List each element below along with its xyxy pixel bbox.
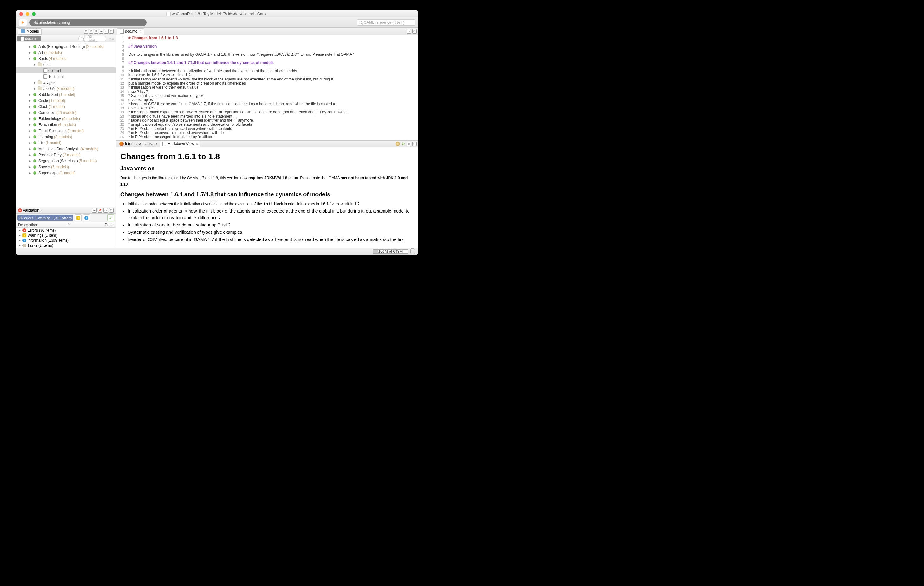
filter-errors-button[interactable]: × (75, 214, 82, 222)
filter-icon[interactable]: ⇆ (92, 208, 97, 212)
validation-row[interactable]: ▶×Errors (36 items) (16, 228, 116, 233)
nav-back-icon[interactable]: « (109, 36, 112, 41)
validation-summary: 36 errors, 1 warning, 1,311 others (17, 215, 73, 221)
model-icon (33, 99, 37, 103)
close-window-button[interactable] (19, 12, 23, 16)
tree-item[interactable]: ▶Comodels (26 models) (16, 109, 116, 116)
editor-tab-docmd[interactable]: doc.md ✕ (117, 28, 144, 35)
md-list-item: Systematic casting and verification of t… (128, 229, 414, 236)
memory-indicator[interactable]: 106M of 698M (373, 249, 408, 254)
tree-item[interactable]: doc.md (16, 68, 116, 73)
nav-forward-icon[interactable]: » (112, 36, 114, 41)
model-icon (33, 171, 37, 175)
tab-markdown-view[interactable]: Markdown View ✕ (160, 141, 200, 147)
tree-item[interactable]: ▶Multi-level Data Analysis (4 models) (16, 146, 116, 152)
model-icon (33, 141, 37, 145)
globe-icon[interactable] (396, 142, 400, 146)
expand-icon[interactable]: ⊞ (94, 29, 98, 33)
models-tab[interactable]: Models (18, 28, 42, 35)
markdown-file-icon (120, 29, 124, 33)
find-model-input[interactable]: Find model... (79, 36, 106, 41)
window-controls (16, 12, 36, 16)
model-icon (33, 123, 37, 127)
maximize-icon[interactable]: ▢ (109, 208, 114, 212)
maximize-window-button[interactable] (32, 12, 36, 16)
error-icon: × (18, 209, 22, 212)
close-icon[interactable]: ✕ (139, 30, 141, 33)
md-list-item: header of CSV files: be careful in GAMA … (128, 236, 414, 243)
validation-list[interactable]: ▶×Errors (36 items)▶!Warnings (1 item)▶i… (16, 228, 116, 248)
tree-item[interactable]: Test.html (16, 73, 116, 79)
model-tree[interactable]: ▶Ants (Foraging and Sorting) (2 models)▶… (16, 42, 116, 207)
validation-row[interactable]: ▶Tasks (2 items) (16, 243, 116, 248)
tree-item[interactable]: ▶Predator Prey (2 models) (16, 152, 116, 158)
minimize-window-button[interactable] (26, 12, 30, 16)
tree-item[interactable]: ▶Ants (Foraging and Sorting) (2 models) (16, 43, 116, 50)
md-list: Initialization order between the initial… (128, 200, 414, 243)
filter-info-button[interactable]: i (83, 214, 90, 222)
gear-icon[interactable]: ⚙ (401, 141, 405, 146)
breadcrumb-file[interactable]: doc.md (17, 36, 41, 41)
file-icon (43, 69, 47, 73)
minimize-icon[interactable]: ▭ (407, 29, 411, 33)
model-icon (33, 129, 37, 133)
md-list-item: Initialization order of agents -> now, t… (128, 208, 414, 221)
collapse-icon[interactable]: ⊟ (84, 29, 88, 33)
code-editor[interactable]: 1234567891011121314151617181920212223242… (116, 35, 418, 140)
trash-icon[interactable] (411, 249, 415, 254)
code-content[interactable]: # Changes from 1.6.1 to 1.8 ## Java vers… (127, 35, 418, 140)
md-list-item: Initialization of vars to their default … (128, 222, 414, 228)
left-pane: Models ⊟ ⊟ ⊞ ⇆ ▭ ▢ doc.md Find (16, 28, 116, 248)
validation-filter-bar: 36 errors, 1 warning, 1,311 others × i ✓ (16, 214, 116, 222)
tree-item[interactable]: ▶Flood Simulation (1 model) (16, 127, 116, 134)
info-icon: i (23, 238, 26, 242)
md-h2: Java version (120, 166, 414, 172)
statusbar: 106M of 698M (16, 248, 418, 255)
tree-item[interactable]: ▼doc (16, 61, 116, 68)
tab-console[interactable]: Interactive console (117, 141, 159, 147)
model-icon (33, 93, 37, 97)
minimize-icon[interactable]: ▭ (407, 142, 411, 146)
tree-item[interactable]: ▶Segregation (Schelling) (5 models) (16, 158, 116, 164)
tree-item[interactable]: ▶Epidemiology (6 models) (16, 116, 116, 122)
right-pane: doc.md ✕ ▭ ▢ 123456789101112131415161718… (116, 28, 418, 248)
validation-row[interactable]: ▶!Warnings (1 item) (16, 233, 116, 238)
tree-item[interactable]: ▶Life (1 model) (16, 140, 116, 146)
tree-item[interactable]: ▶Clock (1 model) (16, 104, 116, 109)
close-icon[interactable]: ✕ (40, 209, 43, 212)
tree-item[interactable]: ▶models (4 models) (16, 86, 116, 91)
tree-item[interactable]: ▶Art (5 models) (16, 50, 116, 55)
link-icon[interactable]: ⇆ (99, 29, 104, 33)
tree-item[interactable]: ▶Circle (1 model) (16, 98, 116, 104)
close-icon[interactable]: ✕ (196, 142, 198, 146)
tree-item[interactable]: ▶Soccer (5 models) (16, 164, 116, 170)
tree-item[interactable]: ▶Bubble Sort (1 model) (16, 91, 116, 98)
validation-pane: × Validation ✕ ⇆ 📌 ▭ ▢ 36 errors, 1 warn… (16, 207, 116, 248)
run-button[interactable] (19, 19, 27, 26)
pin-icon[interactable]: 📌 (98, 208, 102, 212)
validation-tab[interactable]: × Validation ✕ (18, 208, 43, 212)
tree-item[interactable]: ▶images (16, 79, 116, 86)
tree-item[interactable]: ▶Sugarscape (1 model) (16, 170, 116, 176)
titlebar: wsGamaRel_1.8 - Toy Models/Boids/doc/doc… (16, 10, 418, 17)
tree-item[interactable]: ▶Learning (2 models) (16, 134, 116, 140)
gaml-search-input[interactable]: GAML reference (⇧⌘H) (357, 19, 416, 26)
md-h1: Changes from 1.6.1 to 1.8 (120, 152, 414, 162)
validate-button[interactable]: ✓ (107, 214, 114, 222)
simulation-status: No simulation running (30, 19, 147, 26)
tree-item[interactable]: ▶Evacuation (4 models) (16, 122, 116, 127)
model-icon (33, 159, 37, 163)
markdown-icon (162, 142, 166, 146)
maximize-icon[interactable]: ▢ (412, 29, 417, 33)
maximize-icon[interactable]: ▢ (109, 29, 114, 33)
minimize-icon[interactable]: ▭ (104, 29, 109, 33)
maximize-icon[interactable]: ▢ (412, 142, 417, 146)
markdown-preview[interactable]: Changes from 1.6.1 to 1.8 Java version D… (116, 147, 418, 248)
minimize-icon[interactable]: ▭ (104, 208, 108, 212)
collapse-all-icon[interactable]: ⊟ (89, 29, 93, 33)
validation-row[interactable]: ▶iInformation (1309 items) (16, 238, 116, 243)
file-icon (21, 37, 24, 41)
tree-item[interactable]: ▼Boids (4 models) (16, 55, 116, 61)
folder-icon (38, 81, 42, 84)
model-icon (33, 153, 37, 157)
